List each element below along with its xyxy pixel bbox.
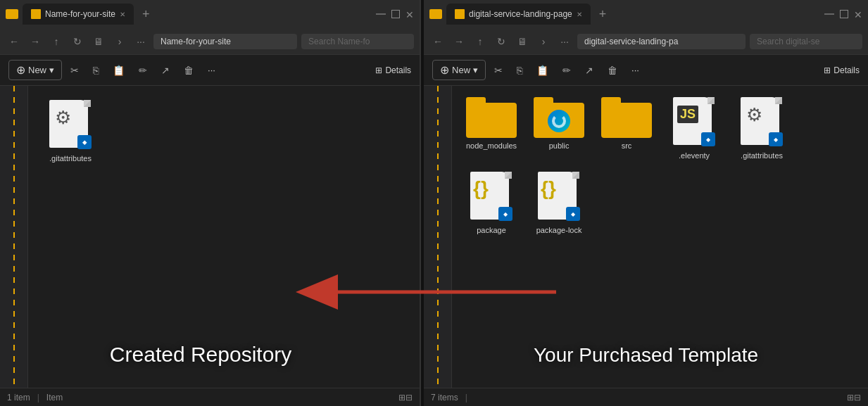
maximize-btn-left[interactable] <box>391 10 400 18</box>
status-sep-right: | <box>465 393 467 402</box>
minimize-btn-left[interactable] <box>376 13 386 15</box>
toolbar-right-right: ⊞ Details <box>824 65 860 75</box>
details-icon-left: ⊞ <box>375 65 382 75</box>
address-path-right[interactable]: digital-service-landing-pa <box>577 34 746 49</box>
paste-icon-right: 📋 <box>536 65 548 76</box>
view-icons-right[interactable]: ⊞⊟ <box>847 393 861 402</box>
file-label-src: src <box>619 141 634 151</box>
up-btn-left[interactable]: ↑ <box>48 33 65 50</box>
more-icon-left: ··· <box>208 65 215 75</box>
delete-button-left[interactable]: 🗑 <box>178 61 199 80</box>
share-button-right[interactable]: ↗ <box>579 61 599 80</box>
new-icon-left: ⊕ <box>16 63 25 77</box>
view-icons-left[interactable]: ⊞⊟ <box>398 393 413 402</box>
forward-btn-left[interactable]: → <box>27 33 44 50</box>
items-count-right: 7 items <box>431 393 458 402</box>
more-btn-right[interactable]: ··· <box>556 33 573 50</box>
forward-btn-right[interactable]: → <box>451 33 467 50</box>
file-item-node-modules[interactable]: node_modules <box>463 97 520 160</box>
toolbar-left: ⊕ New ▾ ✂ ⎘ 📋 ✏ ↗ 🗑 ··· <box>0 55 420 86</box>
file-label-node-modules: node_modules <box>464 141 519 151</box>
expand-btn-left[interactable]: › <box>111 33 128 50</box>
file-item-eleventy[interactable]: JS ◆ .eleventy <box>666 97 722 160</box>
new-button-left[interactable]: ⊕ New ▾ <box>8 60 62 80</box>
copy-icon-left: ⎘ <box>93 65 99 76</box>
address-bar-right: ← → ↑ ↻ 🖥 › ··· digital-service-landing-… <box>424 28 868 55</box>
close-btn-right[interactable]: ✕ <box>854 10 862 18</box>
file-item-package[interactable]: {} ◆ package <box>463 172 520 235</box>
address-path-left[interactable]: Name-for-your-site <box>153 34 297 49</box>
tab-title-left: Name-for-your-site <box>45 9 115 19</box>
file-item-src[interactable]: src <box>598 97 655 160</box>
file-label-package: package <box>474 225 508 235</box>
details-btn-left[interactable]: ⊞ Details <box>375 65 411 75</box>
copy-button-right[interactable]: ⎘ <box>511 61 528 80</box>
back-btn-right[interactable]: ← <box>429 33 446 50</box>
address-text-left: Name-for-your-site <box>161 37 231 46</box>
new-button-right[interactable]: ⊕ New ▾ <box>432 60 486 80</box>
title-folder-icon-left <box>6 9 18 19</box>
file-label-gitattributes-right: .gitattributes <box>738 151 785 160</box>
cut-button-right[interactable]: ✂ <box>489 61 508 80</box>
toolbar-right-left: ⊞ Details <box>375 65 411 75</box>
status-bar-right: 7 items | ⊞⊟ <box>424 388 868 406</box>
tab-close-left[interactable]: ✕ <box>120 11 125 18</box>
nav-panel-right <box>424 86 452 388</box>
tab-left[interactable]: Name-for-your-site ✕ <box>23 4 134 25</box>
tab-right[interactable]: digital-service-landing-page ✕ <box>446 4 591 25</box>
minimize-btn-right[interactable] <box>824 13 834 15</box>
nav-panel-left <box>0 86 28 388</box>
status-sep-left: | <box>37 393 39 402</box>
more-button-left[interactable]: ··· <box>202 61 221 79</box>
details-label-left: Details <box>385 65 411 75</box>
more-button-right[interactable]: ··· <box>626 61 645 79</box>
up-btn-right[interactable]: ↑ <box>472 33 489 50</box>
rename-icon-left: ✏ <box>139 65 147 76</box>
right-window: digital-service-landing-page ✕ + ✕ ← → ↑… <box>424 0 868 406</box>
tab-new-btn-right[interactable]: + <box>595 7 611 22</box>
new-label-left: New <box>28 65 46 75</box>
more-btn-left[interactable]: ··· <box>132 33 149 50</box>
expand-btn-right[interactable]: › <box>535 33 552 50</box>
file-item-gitattributes-left[interactable]: ⚙ ◆ .gitattributes <box>42 100 99 163</box>
search-box-right[interactable]: Search digital-se <box>750 34 862 49</box>
item-label-left: Item <box>46 393 63 402</box>
tab-folder-icon-left <box>31 9 41 19</box>
refresh-btn-left[interactable]: ↻ <box>69 33 86 50</box>
paste-button-left[interactable]: 📋 <box>107 61 130 80</box>
tab-title-right: digital-service-landing-page <box>469 9 572 19</box>
location-btn-left[interactable]: 🖥 <box>90 33 107 50</box>
file-label-eleventy: .eleventy <box>677 151 712 160</box>
delete-button-right[interactable]: 🗑 <box>602 61 623 80</box>
rename-button-left[interactable]: ✏ <box>133 61 153 80</box>
cut-button-left[interactable]: ✂ <box>65 61 84 80</box>
details-btn-right[interactable]: ⊞ Details <box>824 65 860 75</box>
content-area-right: node_modules public <box>424 86 868 388</box>
details-icon-right: ⊞ <box>824 65 831 75</box>
search-placeholder-left: Search Name-fo <box>308 37 370 46</box>
explorer-wrapper: Name-for-your-site ✕ + ✕ ← → ↑ ↻ 🖥 › ···… <box>0 0 868 406</box>
files-area-left: ⚙ ◆ .gitattributes <box>28 86 420 388</box>
copy-button-left[interactable]: ⎘ <box>87 61 104 80</box>
close-btn-left[interactable]: ✕ <box>405 10 414 18</box>
status-bar-left: 1 item | Item ⊞⊟ <box>0 388 420 406</box>
maximize-btn-right[interactable] <box>840 10 848 18</box>
delete-icon-right: 🗑 <box>608 65 617 76</box>
details-label-right: Details <box>834 65 860 75</box>
paste-button-right[interactable]: 📋 <box>531 61 554 80</box>
tab-folder-icon-right <box>455 9 465 19</box>
rename-button-right[interactable]: ✏ <box>557 61 577 80</box>
share-icon-right: ↗ <box>585 65 593 76</box>
tab-close-right[interactable]: ✕ <box>577 11 582 18</box>
file-item-gitattributes-right[interactable]: ⚙ ◆ .gitattributes <box>734 97 790 160</box>
share-button-left[interactable]: ↗ <box>156 61 175 80</box>
refresh-btn-right[interactable]: ↻ <box>493 33 510 50</box>
file-item-package-lock[interactable]: {} ◆ package-lock <box>531 172 587 235</box>
file-item-public[interactable]: public <box>531 97 587 160</box>
back-btn-left[interactable]: ← <box>6 33 23 50</box>
search-box-left[interactable]: Search Name-fo <box>301 34 414 49</box>
items-count-left: 1 item <box>7 393 30 402</box>
location-btn-right[interactable]: 🖥 <box>514 33 531 50</box>
tab-new-btn-left[interactable]: + <box>138 7 154 22</box>
content-area-left: ⚙ ◆ .gitattributes Created Repository <box>0 86 420 388</box>
